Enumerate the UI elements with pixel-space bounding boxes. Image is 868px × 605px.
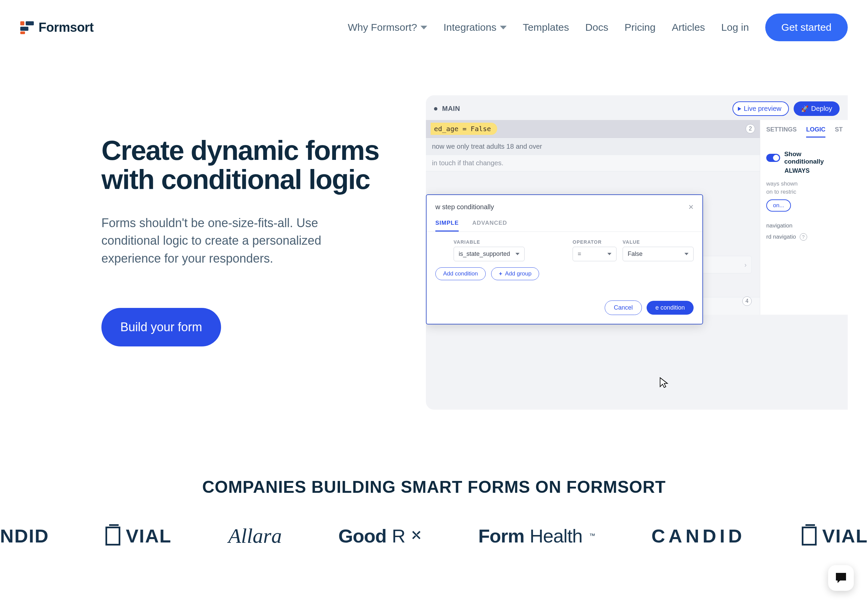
mock-topbar: MAIN Live preview 🚀 Deploy <box>426 95 848 120</box>
select-value: = <box>578 250 581 258</box>
close-icon[interactable]: × <box>688 202 694 212</box>
nav-articles[interactable]: Articles <box>672 22 705 33</box>
main-nav: Why Formsort? Integrations Templates Doc… <box>348 14 848 41</box>
value-select[interactable]: False <box>623 247 694 261</box>
companies-title: COMPANIES BUILDING SMART FORMS ON FORMSO… <box>0 477 868 497</box>
logo-mark-icon <box>20 21 34 34</box>
side-chip[interactable]: on... <box>766 199 791 212</box>
vial-box-icon <box>105 527 120 546</box>
get-started-button[interactable]: Get started <box>765 14 848 41</box>
live-preview-label: Live preview <box>744 105 781 113</box>
chevron-right-icon: › <box>744 261 747 269</box>
add-group-button[interactable]: +Add group <box>491 267 539 280</box>
side-nav-item: navigation <box>766 220 842 231</box>
chat-widget-button[interactable] <box>828 565 854 591</box>
company-logo-candid: CANDID <box>651 525 745 547</box>
chat-icon <box>834 571 848 585</box>
svg-rect-3 <box>20 31 25 34</box>
select-value: is_state_supported <box>459 250 510 258</box>
brand-logo[interactable]: Formsort <box>20 20 94 35</box>
main-label: MAIN <box>442 105 460 113</box>
site-header: Formsort Why Formsort? Integrations Temp… <box>0 0 868 55</box>
operator-label: OPERATOR <box>573 239 617 245</box>
select-value: False <box>628 250 643 258</box>
app-mock: MAIN Live preview 🚀 Deploy ed_ag <box>426 95 848 410</box>
svg-rect-0 <box>20 21 24 25</box>
show-conditionally-toggle[interactable] <box>766 154 780 162</box>
always-label: ALWAYS <box>784 167 842 174</box>
variable-select[interactable]: is_state_supported <box>454 247 525 261</box>
chevron-down-icon <box>500 26 507 29</box>
logic-chip: ed_age = False <box>431 123 497 135</box>
tab-simple[interactable]: SIMPLE <box>436 220 459 231</box>
save-condition-button[interactable]: e condition <box>646 301 694 315</box>
value-label: VALUE <box>623 239 694 245</box>
nav-why-formsort[interactable]: Why Formsort? <box>348 22 427 33</box>
info-text: now we only treat adults 18 and over <box>426 138 760 155</box>
logo-strip: NDID VIAL Allara GoodR⤬ FormHealth™ CAND… <box>0 497 868 548</box>
faint-text: in touch if that changes. <box>426 155 760 171</box>
add-condition-button[interactable]: Add condition <box>436 267 486 280</box>
chevron-down-icon <box>685 253 688 255</box>
dot-icon <box>434 107 437 110</box>
cancel-button[interactable]: Cancel <box>605 301 642 315</box>
live-preview-button[interactable]: Live preview <box>732 101 789 116</box>
build-form-button[interactable]: Build your form <box>101 308 221 346</box>
chevron-down-icon <box>608 253 611 255</box>
company-logo-formhealth: FormHealth™ <box>478 525 595 547</box>
companies-section: COMPANIES BUILDING SMART FORMS ON FORMSO… <box>0 430 868 548</box>
chip-label: Add group <box>505 270 531 277</box>
step-count-badge: 2 <box>746 124 755 133</box>
nav-label: Why Formsort? <box>348 22 417 33</box>
svg-rect-1 <box>26 21 34 25</box>
hero-copy: Create dynamic forms with conditional lo… <box>101 95 406 346</box>
company-logo-vial: VIAL <box>105 525 172 547</box>
nav-login[interactable]: Log in <box>721 22 749 33</box>
step-count-badge: 4 <box>742 296 752 306</box>
plus-icon: + <box>499 270 502 277</box>
nav-label: Integrations <box>443 22 496 33</box>
nav-docs[interactable]: Docs <box>585 22 608 33</box>
nav-pricing[interactable]: Pricing <box>625 22 656 33</box>
company-logo-candid-partial: NDID <box>0 525 49 547</box>
chevron-down-icon <box>515 253 519 255</box>
company-logo-allara: Allara <box>228 524 282 548</box>
tab-settings[interactable]: SETTINGS <box>766 126 797 138</box>
operator-select[interactable]: = <box>573 247 617 261</box>
hero-screenshot: MAIN Live preview 🚀 Deploy ed_ag <box>426 95 848 410</box>
mock-breadcrumb: MAIN <box>434 105 460 113</box>
condition-modal: w step conditionally × SIMPLE ADVANCED V… <box>426 194 703 324</box>
side-note: ways shown on to restric <box>766 180 842 196</box>
deploy-button[interactable]: 🚀 Deploy <box>794 101 840 116</box>
vial-box-icon <box>802 527 817 546</box>
variable-label: VARIABLE <box>454 239 566 245</box>
tab-st[interactable]: ST <box>835 126 843 138</box>
svg-rect-2 <box>20 27 28 31</box>
company-logo-goodrx: GoodR⤬ <box>338 525 422 547</box>
modal-title: w step conditionally <box>436 203 494 211</box>
nav-templates[interactable]: Templates <box>523 22 569 33</box>
company-logo-vial-2: VIAL <box>802 525 868 547</box>
chip-label: Add condition <box>443 270 478 277</box>
hero-description: Forms shouldn't be one-size-fits-all. Us… <box>101 214 378 267</box>
mock-side-panel: SETTINGS LOGIC ST Show conditionally ALW… <box>760 120 848 315</box>
side-nav-item: rd navigatio ? <box>766 231 842 243</box>
help-icon[interactable]: ? <box>800 233 807 240</box>
play-icon <box>738 107 741 111</box>
hero-section: Create dynamic forms with conditional lo… <box>0 55 868 430</box>
rocket-icon: 🚀 <box>801 105 809 113</box>
chevron-down-icon <box>420 26 427 29</box>
hero-title: Create dynamic forms with conditional lo… <box>101 136 406 194</box>
nav-integrations[interactable]: Integrations <box>443 22 507 33</box>
toggle-label: Show conditionally <box>784 150 842 165</box>
mock-main-panel: ed_age = False 2 now we only treat adult… <box>426 120 760 315</box>
brand-name: Formsort <box>39 20 94 35</box>
cursor-icon <box>659 377 669 388</box>
rx-icon: ⤬ <box>411 527 422 543</box>
tab-advanced[interactable]: ADVANCED <box>472 220 507 231</box>
tab-logic[interactable]: LOGIC <box>806 126 825 138</box>
deploy-label: Deploy <box>811 105 832 113</box>
